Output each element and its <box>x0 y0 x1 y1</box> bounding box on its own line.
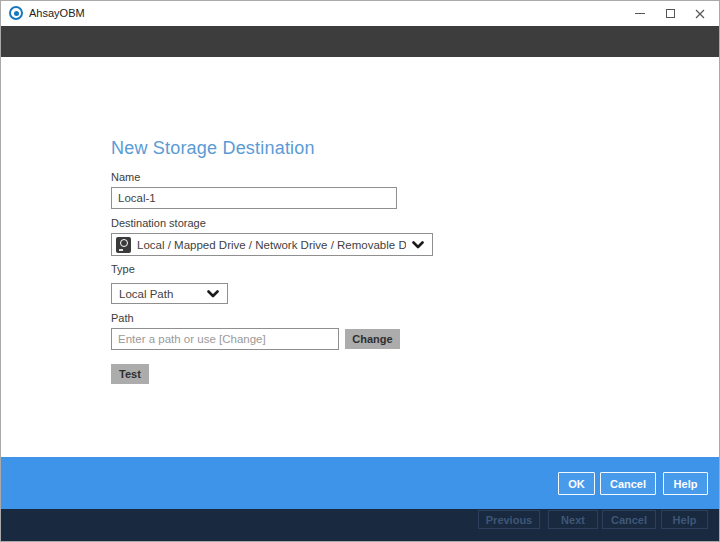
path-label: Path <box>111 312 134 324</box>
previous-button[interactable]: Previous <box>478 510 540 529</box>
chevron-down-icon <box>412 241 424 249</box>
window-title: AhsayOBM <box>29 1 85 26</box>
minimize-icon <box>635 13 645 14</box>
header-strip <box>1 26 719 57</box>
cancel-button[interactable]: Cancel <box>600 472 656 495</box>
form-panel: New Storage Destination Name Destination… <box>1 57 719 457</box>
close-button[interactable] <box>685 1 715 26</box>
type-label: Type <box>111 263 135 275</box>
wizard-bar: Previous Next Cancel Help <box>1 509 719 542</box>
next-button[interactable]: Next <box>548 510 598 529</box>
name-label: Name <box>111 171 140 183</box>
wizard-cancel-button[interactable]: Cancel <box>602 510 656 529</box>
title-bar: AhsayOBM <box>1 1 719 26</box>
application-window: AhsayOBM New Storage Destination Name De… <box>0 0 720 542</box>
type-value: Local Path <box>119 288 201 300</box>
destination-storage-value: Local / Mapped Drive / Network Drive / R… <box>137 239 406 251</box>
maximize-button[interactable] <box>655 1 685 26</box>
drive-icon <box>116 237 131 253</box>
close-icon <box>695 9 705 19</box>
minimize-button[interactable] <box>625 1 655 26</box>
maximize-icon <box>666 9 675 18</box>
type-select[interactable]: Local Path <box>111 283 228 304</box>
app-logo-icon <box>9 6 23 20</box>
test-button[interactable]: Test <box>111 364 149 384</box>
change-button[interactable]: Change <box>345 329 400 349</box>
chevron-down-icon <box>207 290 219 298</box>
page-title: New Storage Destination <box>111 138 315 159</box>
destination-storage-select[interactable]: Local / Mapped Drive / Network Drive / R… <box>111 233 433 256</box>
window-controls <box>625 1 715 26</box>
path-input[interactable] <box>111 328 339 350</box>
action-bar: OK Cancel Help <box>1 457 719 509</box>
name-input[interactable] <box>111 187 397 209</box>
wizard-help-button[interactable]: Help <box>661 510 708 529</box>
destination-storage-label: Destination storage <box>111 217 206 229</box>
help-button[interactable]: Help <box>663 472 708 495</box>
ok-button[interactable]: OK <box>558 472 595 495</box>
